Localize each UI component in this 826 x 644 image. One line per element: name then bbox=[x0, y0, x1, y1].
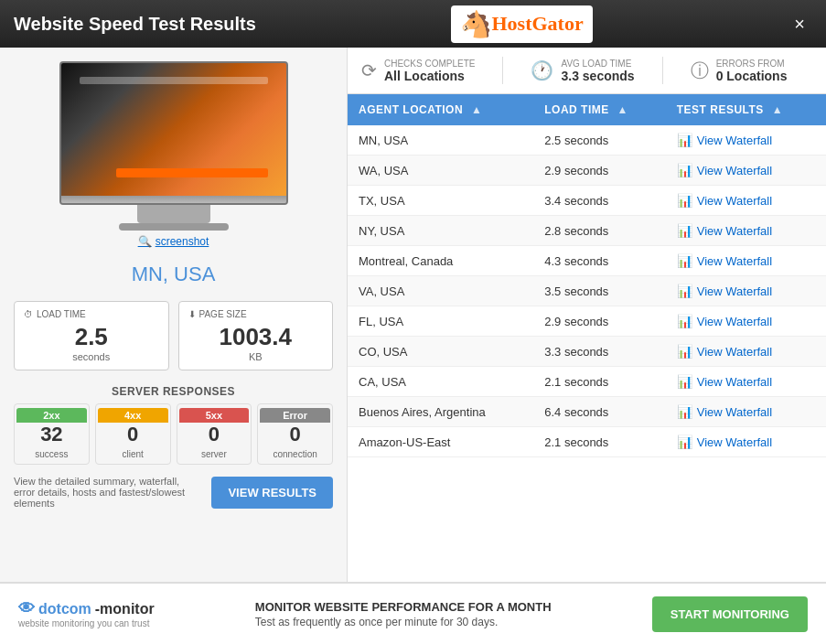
errors-value: 0 Locations bbox=[716, 69, 788, 83]
cell-test-results-4: 📊 View Waterfall bbox=[666, 246, 826, 276]
cell-load-time-2: 3.4 seconds bbox=[533, 186, 666, 216]
table-header: AGENT LOCATION ▲ LOAD TIME ▲ TEST RESULT… bbox=[348, 94, 826, 125]
promo-text: Test as frequently as once per minute fo… bbox=[255, 616, 498, 628]
cell-load-time-3: 2.8 seconds bbox=[533, 216, 666, 246]
brand-name: 👁 dotcom-monitor bbox=[18, 599, 155, 618]
table-row: TX, USA 3.4 seconds 📊 View Waterfall bbox=[348, 186, 826, 216]
resp-label-0: 2xx bbox=[16, 408, 87, 423]
view-waterfall-link-2[interactable]: 📊 View Waterfall bbox=[677, 193, 815, 208]
monitor-screen bbox=[61, 63, 286, 196]
resp-count-0: 32 bbox=[16, 423, 87, 446]
view-results-button[interactable]: VIEW RESULTS bbox=[211, 477, 333, 509]
table-scroll-container[interactable]: AGENT LOCATION ▲ LOAD TIME ▲ TEST RESULT… bbox=[348, 94, 826, 582]
logo-horse-icon: 🐴 bbox=[460, 9, 492, 39]
page-size-unit: KB bbox=[188, 351, 324, 362]
footer-promo: MONITOR WEBSITE PERFORMANCE FOR A MONTH … bbox=[255, 600, 552, 628]
load-time-value: 2.5 bbox=[24, 323, 159, 351]
checks-complete-stat: ⟳ CHECKS COMPLETE All Locations bbox=[361, 59, 475, 83]
logo-container: 🐴 HostGator bbox=[451, 5, 593, 43]
monitor-text: -monitor bbox=[95, 601, 155, 617]
view-waterfall-link-1[interactable]: 📊 View Waterfall bbox=[677, 163, 815, 177]
bar-chart-icon-3: 📊 bbox=[677, 223, 692, 238]
table-row: Montreal, Canada 4.3 seconds 📊 View Wate… bbox=[348, 246, 826, 276]
th-agent-location[interactable]: AGENT LOCATION ▲ bbox=[348, 94, 533, 125]
resp-sub-0: success bbox=[35, 449, 68, 459]
avg-load-info: AVG LOAD TIME 3.3 seconds bbox=[561, 59, 634, 83]
logo-text: HostGator bbox=[492, 12, 584, 36]
page-size-value: 1003.4 bbox=[188, 323, 324, 351]
cell-load-time-9: 6.4 seconds bbox=[533, 397, 666, 427]
cell-location-8: CA, USA bbox=[348, 367, 533, 397]
stats-bar: ⟳ CHECKS COMPLETE All Locations 🕐 AVG LO… bbox=[348, 48, 826, 94]
view-waterfall-link-9[interactable]: 📊 View Waterfall bbox=[677, 404, 815, 419]
checks-complete-info: CHECKS COMPLETE All Locations bbox=[384, 59, 475, 83]
table-row: Buenos Aires, Argentina 6.4 seconds 📊 Vi… bbox=[348, 397, 826, 427]
cell-load-time-8: 2.1 seconds bbox=[533, 367, 666, 397]
sort-icon-results: ▲ bbox=[772, 103, 783, 116]
cell-test-results-1: 📊 View Waterfall bbox=[666, 156, 826, 186]
cell-load-time-0: 2.5 seconds bbox=[533, 125, 666, 156]
table-row: FL, USA 2.9 seconds 📊 View Waterfall bbox=[348, 306, 826, 337]
cell-load-time-4: 4.3 seconds bbox=[533, 246, 666, 276]
eye-icon: 👁 bbox=[18, 599, 35, 618]
main-layout: 🔍 screenshot MN, USA ⏱ LOAD TIME 2.5 sec… bbox=[0, 48, 826, 582]
brand-tagline: website monitoring you can trust bbox=[18, 618, 155, 628]
view-waterfall-link-3[interactable]: 📊 View Waterfall bbox=[677, 223, 815, 238]
bar-chart-icon-10: 📊 bbox=[677, 435, 692, 449]
avg-load-label: AVG LOAD TIME bbox=[561, 59, 634, 69]
cell-load-time-6: 2.9 seconds bbox=[533, 306, 666, 337]
screenshot-label: screenshot bbox=[156, 235, 209, 248]
table-row: CO, USA 3.3 seconds 📊 View Waterfall bbox=[348, 337, 826, 367]
view-waterfall-link-5[interactable]: 📊 View Waterfall bbox=[677, 284, 815, 298]
monitor-base bbox=[119, 223, 229, 231]
bar-chart-icon-1: 📊 bbox=[677, 163, 692, 177]
screenshot-link[interactable]: 🔍 screenshot bbox=[138, 235, 209, 248]
bar-chart-icon-9: 📊 bbox=[677, 404, 692, 419]
table-row: VA, USA 3.5 seconds 📊 View Waterfall bbox=[348, 276, 826, 306]
view-waterfall-link-7[interactable]: 📊 View Waterfall bbox=[677, 344, 815, 359]
stat-divider-1 bbox=[502, 57, 503, 84]
view-waterfall-link-0[interactable]: 📊 View Waterfall bbox=[677, 133, 815, 147]
checks-complete-label: CHECKS COMPLETE bbox=[384, 59, 475, 69]
cell-load-time-10: 2.1 seconds bbox=[533, 427, 666, 457]
resp-count-2: 0 bbox=[179, 423, 250, 446]
spinner-icon: ⟳ bbox=[361, 59, 377, 81]
dotcom-text: dotcom bbox=[38, 601, 91, 617]
response-box-5xx: 5xx 0 server bbox=[177, 403, 252, 465]
footer-brand: 👁 dotcom-monitor website monitoring you … bbox=[18, 599, 155, 628]
left-panel: 🔍 screenshot MN, USA ⏱ LOAD TIME 2.5 sec… bbox=[0, 48, 348, 582]
view-results-section: View the detailed summary, waterfall, er… bbox=[14, 476, 333, 509]
bar-chart-icon-7: 📊 bbox=[677, 344, 692, 359]
monitor-bottom-bar bbox=[61, 196, 286, 203]
resp-label-3: Error bbox=[260, 408, 330, 423]
close-button[interactable]: × bbox=[787, 10, 812, 38]
view-waterfall-link-4[interactable]: 📊 View Waterfall bbox=[677, 253, 815, 268]
response-box-error: Error 0 connection bbox=[257, 403, 333, 465]
sort-icon-location: ▲ bbox=[471, 103, 482, 116]
cell-test-results-10: 📊 View Waterfall bbox=[666, 427, 826, 457]
cell-location-9: Buenos Aires, Argentina bbox=[348, 397, 533, 427]
response-box-4xx: 4xx 0 client bbox=[95, 403, 171, 465]
th-load-time[interactable]: LOAD TIME ▲ bbox=[533, 94, 666, 125]
metrics-row: ⏱ LOAD TIME 2.5 seconds ⬇ PAGE SIZE 1003… bbox=[14, 301, 333, 370]
bar-chart-icon-2: 📊 bbox=[677, 193, 692, 208]
resp-sub-1: client bbox=[122, 449, 143, 459]
start-monitoring-button[interactable]: START MONITORING bbox=[652, 596, 808, 632]
view-waterfall-link-8[interactable]: 📊 View Waterfall bbox=[677, 374, 815, 389]
response-box-2xx: 2xx 32 success bbox=[14, 403, 90, 465]
cell-test-results-0: 📊 View Waterfall bbox=[666, 125, 826, 156]
table-row: CA, USA 2.1 seconds 📊 View Waterfall bbox=[348, 367, 826, 397]
resp-label-1: 4xx bbox=[98, 408, 168, 423]
cell-location-5: VA, USA bbox=[348, 276, 533, 306]
th-test-results[interactable]: TEST RESULTS ▲ bbox=[666, 94, 826, 125]
bar-chart-icon-6: 📊 bbox=[677, 314, 692, 328]
table-row: NY, USA 2.8 seconds 📊 View Waterfall bbox=[348, 216, 826, 246]
title-bar-left: Website Speed Test Results bbox=[14, 14, 256, 35]
view-waterfall-link-6[interactable]: 📊 View Waterfall bbox=[677, 314, 815, 328]
page-size-box: ⬇ PAGE SIZE 1003.4 KB bbox=[178, 301, 334, 370]
errors-info: ERRORS FROM 0 Locations bbox=[716, 59, 788, 83]
errors-label: ERRORS FROM bbox=[716, 59, 788, 69]
load-time-unit: seconds bbox=[24, 351, 159, 362]
view-waterfall-link-10[interactable]: 📊 View Waterfall bbox=[677, 435, 815, 449]
resp-count-1: 0 bbox=[98, 423, 168, 446]
